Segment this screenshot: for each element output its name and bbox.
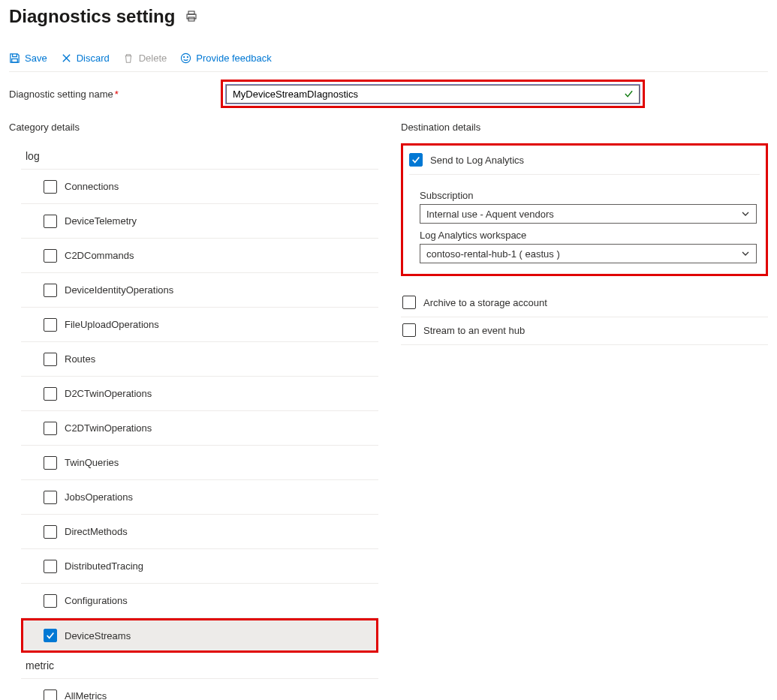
toolbar: Save Discard Delete Provide feedback xyxy=(9,48,768,72)
log-checkbox-distributedtracing[interactable] xyxy=(44,560,57,573)
log-row-c2dcommands: C2DCommands xyxy=(21,239,378,273)
name-field-label: Diagnostic setting name* xyxy=(9,89,218,100)
log-row-routes: Routes xyxy=(21,342,378,377)
save-button[interactable]: Save xyxy=(9,53,47,64)
log-row-c2dtwinoperations: C2DTwinOperations xyxy=(21,411,378,446)
log-label: TwinQueries xyxy=(65,457,119,468)
log-analytics-label: Send to Log Analytics xyxy=(430,155,524,166)
log-label: Connections xyxy=(65,181,119,192)
required-asterisk: * xyxy=(115,89,119,100)
log-row-fileuploadoperations: FileUploadOperations xyxy=(21,308,378,342)
check-icon xyxy=(624,89,634,99)
log-checkbox-deviceidentityoperations[interactable] xyxy=(44,284,57,297)
name-row: Diagnostic setting name* xyxy=(9,80,768,108)
log-label: DistributedTracing xyxy=(65,560,143,572)
svg-rect-3 xyxy=(12,59,18,62)
eventhub-row: Stream to an event hub xyxy=(401,317,768,345)
close-icon xyxy=(61,53,72,64)
page-title: Diagnostics setting xyxy=(9,6,175,27)
log-label: Routes xyxy=(65,353,95,365)
save-icon xyxy=(9,53,20,64)
log-row-configurations: Configurations xyxy=(21,584,378,618)
save-label: Save xyxy=(25,53,47,64)
subscription-select[interactable]: Internal use - Aquent vendors xyxy=(420,204,757,224)
log-row-connections: Connections xyxy=(21,170,378,204)
delete-label: Delete xyxy=(139,53,167,64)
feedback-label: Provide feedback xyxy=(196,53,271,64)
log-analytics-section: Send to Log Analytics Subscription Inter… xyxy=(401,143,768,276)
log-label: FileUploadOperations xyxy=(65,319,159,330)
log-row-devicetelemetry: DeviceTelemetry xyxy=(21,204,378,239)
log-checkbox-directmethods[interactable] xyxy=(44,525,57,539)
feedback-button[interactable]: Provide feedback xyxy=(180,53,271,64)
log-row-twinqueries: TwinQueries xyxy=(21,446,378,480)
log-checkbox-c2dtwinoperations[interactable] xyxy=(44,422,57,435)
log-label: DirectMethods xyxy=(65,526,128,537)
workspace-value: contoso-rental-hub-1 ( eastus ) xyxy=(426,248,560,260)
log-checkbox-fileuploadoperations[interactable] xyxy=(44,318,57,332)
print-icon[interactable] xyxy=(185,11,197,23)
log-analytics-checkbox[interactable] xyxy=(409,153,423,167)
log-group-title: log xyxy=(21,143,378,170)
storage-label: Archive to a storage account xyxy=(423,297,547,308)
log-checkbox-jobsoperations[interactable] xyxy=(44,491,57,504)
page-header: Diagnostics setting xyxy=(9,6,768,27)
log-label: C2DTwinOperations xyxy=(65,422,152,434)
log-row-d2ctwinoperations: D2CTwinOperations xyxy=(21,377,378,411)
category-title: Category details xyxy=(9,122,378,133)
log-label: JobsOperations xyxy=(65,491,133,503)
log-checkbox-d2ctwinoperations[interactable] xyxy=(44,387,57,401)
log-label: DeviceIdentityOperations xyxy=(65,284,173,296)
log-checkbox-devicestreams[interactable] xyxy=(44,629,57,642)
log-row-distributedtracing: DistributedTracing xyxy=(21,549,378,584)
log-checkbox-routes[interactable] xyxy=(44,353,57,366)
log-checkbox-c2dcommands[interactable] xyxy=(44,249,57,263)
eventhub-label: Stream to an event hub xyxy=(423,325,525,336)
storage-row: Archive to a storage account xyxy=(401,290,768,317)
log-checkbox-configurations[interactable] xyxy=(44,594,57,608)
chevron-down-icon xyxy=(741,249,750,258)
subscription-label: Subscription xyxy=(420,190,757,201)
metric-label: AllMetrics xyxy=(65,690,107,700)
destination-details-column: Destination details Send to Log Analytic… xyxy=(401,122,768,700)
log-checkbox-devicetelemetry[interactable] xyxy=(44,215,57,228)
log-row-devicestreams: DeviceStreams xyxy=(21,618,378,653)
log-row-deviceidentityoperations: DeviceIdentityOperations xyxy=(21,273,378,308)
log-label: DeviceTelemetry xyxy=(65,215,137,227)
chevron-down-icon xyxy=(741,209,750,218)
delete-button: Delete xyxy=(123,53,167,64)
log-checkbox-connections[interactable] xyxy=(44,180,57,194)
discard-label: Discard xyxy=(77,53,110,64)
metric-row-allmetrics: AllMetrics xyxy=(21,679,378,700)
log-label: Configurations xyxy=(65,595,128,606)
diagnostic-name-input[interactable] xyxy=(226,85,640,104)
log-checkbox-twinqueries[interactable] xyxy=(44,456,57,470)
log-label: DeviceStreams xyxy=(65,630,131,641)
log-label: C2DCommands xyxy=(65,250,134,261)
workspace-select[interactable]: contoso-rental-hub-1 ( eastus ) xyxy=(420,244,757,263)
log-row-jobsoperations: JobsOperations xyxy=(21,480,378,515)
subscription-value: Internal use - Aquent vendors xyxy=(426,209,554,220)
metric-group-title: metric xyxy=(21,653,378,679)
svg-point-4 xyxy=(182,53,191,62)
storage-checkbox[interactable] xyxy=(402,296,416,309)
category-details-column: Category details log ConnectionsDeviceTe… xyxy=(9,122,378,700)
discard-button[interactable]: Discard xyxy=(61,53,110,64)
destination-title: Destination details xyxy=(401,122,768,133)
workspace-label: Log Analytics workspace xyxy=(420,230,757,241)
log-label: D2CTwinOperations xyxy=(65,388,152,399)
log-row-directmethods: DirectMethods xyxy=(21,515,378,549)
svg-rect-0 xyxy=(188,11,194,14)
smiley-icon xyxy=(180,53,191,64)
name-input-highlight xyxy=(221,80,645,108)
trash-icon xyxy=(123,53,134,64)
eventhub-checkbox[interactable] xyxy=(402,323,416,337)
svg-point-6 xyxy=(188,57,188,58)
svg-point-5 xyxy=(184,57,185,58)
metric-checkbox-allmetrics[interactable] xyxy=(44,689,57,701)
